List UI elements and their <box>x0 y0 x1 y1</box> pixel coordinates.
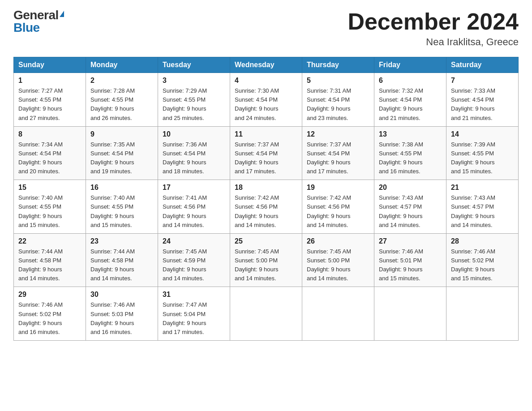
logo-triangle-icon <box>60 11 64 17</box>
calendar-table: Sunday Monday Tuesday Wednesday Thursday… <box>13 57 519 341</box>
calendar-cell <box>230 287 302 341</box>
calendar-cell: 9 Sunrise: 7:35 AM Sunset: 4:54 PM Dayli… <box>86 126 158 180</box>
calendar-cell: 24 Sunrise: 7:45 AM Sunset: 4:59 PM Dayl… <box>158 233 230 287</box>
calendar-header-row: Sunday Monday Tuesday Wednesday Thursday… <box>14 57 519 73</box>
logo-general-text: General <box>13 9 59 21</box>
day-number: 18 <box>235 184 297 192</box>
calendar-cell: 27 Sunrise: 7:46 AM Sunset: 5:01 PM Dayl… <box>374 233 446 287</box>
calendar-cell: 10 Sunrise: 7:36 AM Sunset: 4:54 PM Dayl… <box>158 126 230 180</box>
calendar-cell: 18 Sunrise: 7:42 AM Sunset: 4:56 PM Dayl… <box>230 180 302 234</box>
logo: General Blue <box>13 9 64 34</box>
calendar-cell: 29 Sunrise: 7:46 AM Sunset: 5:02 PM Dayl… <box>14 287 86 341</box>
calendar-cell: 3 Sunrise: 7:29 AM Sunset: 4:55 PM Dayli… <box>158 73 230 127</box>
day-info: Sunrise: 7:37 AM Sunset: 4:54 PM Dayligh… <box>307 140 369 176</box>
col-thursday: Thursday <box>302 57 374 73</box>
day-info: Sunrise: 7:36 AM Sunset: 4:54 PM Dayligh… <box>163 140 225 176</box>
day-info: Sunrise: 7:45 AM Sunset: 5:00 PM Dayligh… <box>235 247 297 283</box>
day-info: Sunrise: 7:30 AM Sunset: 4:54 PM Dayligh… <box>235 86 297 123</box>
day-number: 2 <box>90 77 153 85</box>
calendar-cell: 26 Sunrise: 7:45 AM Sunset: 5:00 PM Dayl… <box>302 233 374 287</box>
day-info: Sunrise: 7:45 AM Sunset: 5:00 PM Dayligh… <box>307 247 369 283</box>
calendar-cell <box>302 287 374 341</box>
month-title: December 2024 <box>348 9 519 34</box>
day-info: Sunrise: 7:27 AM Sunset: 4:55 PM Dayligh… <box>18 86 81 123</box>
day-info: Sunrise: 7:46 AM Sunset: 5:02 PM Dayligh… <box>451 247 514 283</box>
calendar-cell: 20 Sunrise: 7:43 AM Sunset: 4:57 PM Dayl… <box>374 180 446 234</box>
day-info: Sunrise: 7:47 AM Sunset: 5:04 PM Dayligh… <box>163 300 225 337</box>
day-number: 27 <box>379 237 442 245</box>
page-header: General Blue December 2024 Nea Iraklitsa… <box>13 9 519 48</box>
col-saturday: Saturday <box>446 57 519 73</box>
day-info: Sunrise: 7:42 AM Sunset: 4:56 PM Dayligh… <box>235 193 297 230</box>
day-number: 17 <box>163 184 225 192</box>
col-friday: Friday <box>374 57 446 73</box>
day-number: 12 <box>307 130 369 138</box>
day-number: 19 <box>307 184 369 192</box>
calendar-cell: 30 Sunrise: 7:46 AM Sunset: 5:03 PM Dayl… <box>86 287 158 341</box>
day-number: 9 <box>90 130 153 138</box>
day-info: Sunrise: 7:28 AM Sunset: 4:55 PM Dayligh… <box>90 86 153 123</box>
day-number: 7 <box>451 77 514 85</box>
calendar-cell: 8 Sunrise: 7:34 AM Sunset: 4:54 PM Dayli… <box>14 126 86 180</box>
day-number: 26 <box>307 237 369 245</box>
day-number: 14 <box>451 130 514 138</box>
day-number: 25 <box>235 237 297 245</box>
day-number: 20 <box>379 184 442 192</box>
calendar-week-4: 22 Sunrise: 7:44 AM Sunset: 4:58 PM Dayl… <box>14 233 519 287</box>
logo-blue-text: Blue <box>13 21 64 34</box>
day-info: Sunrise: 7:40 AM Sunset: 4:55 PM Dayligh… <box>18 193 81 230</box>
col-monday: Monday <box>86 57 158 73</box>
day-number: 29 <box>18 291 81 299</box>
day-info: Sunrise: 7:43 AM Sunset: 4:57 PM Dayligh… <box>451 193 514 230</box>
day-info: Sunrise: 7:46 AM Sunset: 5:03 PM Dayligh… <box>90 300 153 337</box>
day-info: Sunrise: 7:37 AM Sunset: 4:54 PM Dayligh… <box>235 140 297 176</box>
day-info: Sunrise: 7:34 AM Sunset: 4:54 PM Dayligh… <box>18 140 81 176</box>
calendar-week-2: 8 Sunrise: 7:34 AM Sunset: 4:54 PM Dayli… <box>14 126 519 180</box>
col-sunday: Sunday <box>14 57 86 73</box>
calendar-cell: 21 Sunrise: 7:43 AM Sunset: 4:57 PM Dayl… <box>446 180 519 234</box>
day-number: 5 <box>307 77 369 85</box>
calendar-cell: 25 Sunrise: 7:45 AM Sunset: 5:00 PM Dayl… <box>230 233 302 287</box>
calendar-week-1: 1 Sunrise: 7:27 AM Sunset: 4:55 PM Dayli… <box>14 73 519 127</box>
day-number: 13 <box>379 130 442 138</box>
day-info: Sunrise: 7:44 AM Sunset: 4:58 PM Dayligh… <box>18 247 81 283</box>
day-info: Sunrise: 7:39 AM Sunset: 4:55 PM Dayligh… <box>451 140 514 176</box>
calendar-cell: 1 Sunrise: 7:27 AM Sunset: 4:55 PM Dayli… <box>14 73 86 127</box>
calendar-cell: 11 Sunrise: 7:37 AM Sunset: 4:54 PM Dayl… <box>230 126 302 180</box>
day-info: Sunrise: 7:40 AM Sunset: 4:55 PM Dayligh… <box>90 193 153 230</box>
day-info: Sunrise: 7:46 AM Sunset: 5:02 PM Dayligh… <box>18 300 81 337</box>
calendar-cell: 7 Sunrise: 7:33 AM Sunset: 4:54 PM Dayli… <box>446 73 519 127</box>
day-number: 23 <box>90 237 153 245</box>
day-number: 10 <box>163 130 225 138</box>
col-tuesday: Tuesday <box>158 57 230 73</box>
day-info: Sunrise: 7:43 AM Sunset: 4:57 PM Dayligh… <box>379 193 442 230</box>
day-number: 6 <box>379 77 442 85</box>
calendar-cell: 4 Sunrise: 7:30 AM Sunset: 4:54 PM Dayli… <box>230 73 302 127</box>
day-number: 16 <box>90 184 153 192</box>
day-info: Sunrise: 7:31 AM Sunset: 4:54 PM Dayligh… <box>307 86 369 123</box>
day-info: Sunrise: 7:29 AM Sunset: 4:55 PM Dayligh… <box>163 86 225 123</box>
calendar-week-5: 29 Sunrise: 7:46 AM Sunset: 5:02 PM Dayl… <box>14 287 519 341</box>
day-number: 22 <box>18 237 81 245</box>
calendar-cell: 16 Sunrise: 7:40 AM Sunset: 4:55 PM Dayl… <box>86 180 158 234</box>
calendar-cell <box>374 287 446 341</box>
day-number: 24 <box>163 237 225 245</box>
day-number: 11 <box>235 130 297 138</box>
day-number: 4 <box>235 77 297 85</box>
calendar-cell: 14 Sunrise: 7:39 AM Sunset: 4:55 PM Dayl… <box>446 126 519 180</box>
calendar-cell: 15 Sunrise: 7:40 AM Sunset: 4:55 PM Dayl… <box>14 180 86 234</box>
day-info: Sunrise: 7:35 AM Sunset: 4:54 PM Dayligh… <box>90 140 153 176</box>
day-number: 3 <box>163 77 225 85</box>
day-number: 28 <box>451 237 514 245</box>
calendar-cell: 23 Sunrise: 7:44 AM Sunset: 4:58 PM Dayl… <box>86 233 158 287</box>
col-wednesday: Wednesday <box>230 57 302 73</box>
day-info: Sunrise: 7:33 AM Sunset: 4:54 PM Dayligh… <box>451 86 514 123</box>
calendar-cell: 28 Sunrise: 7:46 AM Sunset: 5:02 PM Dayl… <box>446 233 519 287</box>
calendar-cell: 2 Sunrise: 7:28 AM Sunset: 4:55 PM Dayli… <box>86 73 158 127</box>
title-section: December 2024 Nea Iraklitsa, Greece <box>348 9 519 48</box>
day-number: 15 <box>18 184 81 192</box>
calendar-cell: 22 Sunrise: 7:44 AM Sunset: 4:58 PM Dayl… <box>14 233 86 287</box>
calendar-cell: 31 Sunrise: 7:47 AM Sunset: 5:04 PM Dayl… <box>158 287 230 341</box>
calendar-cell: 13 Sunrise: 7:38 AM Sunset: 4:55 PM Dayl… <box>374 126 446 180</box>
calendar-cell: 5 Sunrise: 7:31 AM Sunset: 4:54 PM Dayli… <box>302 73 374 127</box>
